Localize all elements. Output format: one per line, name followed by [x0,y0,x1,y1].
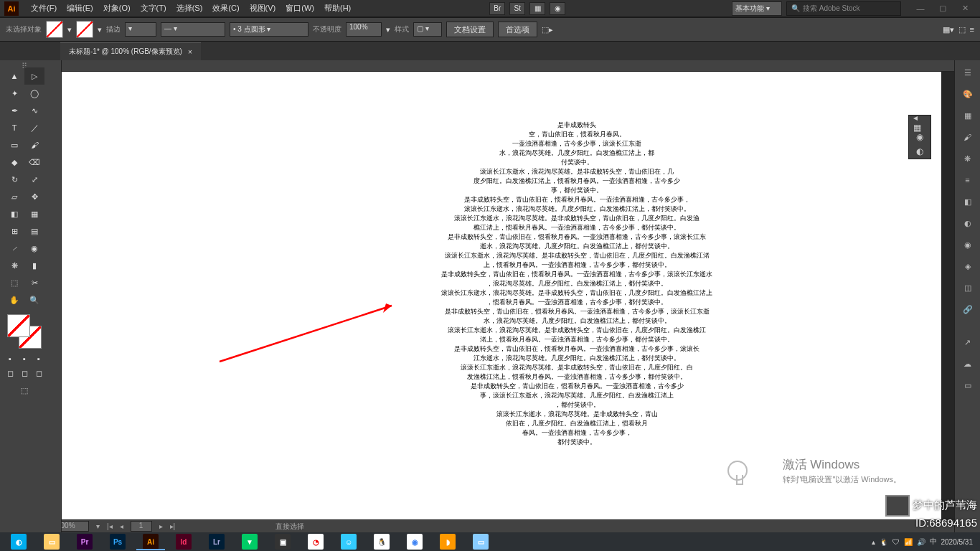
graphic-style[interactable]: ▢ ▾ [413,22,442,37]
stock-search[interactable]: 🔍 搜索 Adobe Stock [786,1,901,16]
tool-type[interactable]: T [4,119,24,136]
fill-swatch[interactable] [46,21,63,38]
workspace-switcher[interactable]: 基本功能 ▾ [732,1,782,16]
tray-date[interactable]: 2020/5/31 [941,538,974,546]
panel-properties-icon[interactable]: ☰ [958,63,978,82]
panel-transparency-icon[interactable]: ◐ [958,214,978,232]
document-tab[interactable]: 未标题-1* @ 100% (RGB/像素预览) × [60,42,201,60]
nav-next-icon[interactable]: ▸ [159,522,163,530]
panel-links-icon[interactable]: 🔗 [958,300,978,319]
transform-icon[interactable]: ⬚▸ [542,25,553,34]
tool-lasso[interactable]: ◯ [24,85,44,102]
taskbar-chat[interactable]: ☺ [333,533,364,550]
tool-blend[interactable]: ◉ [24,240,44,257]
tray-ime-icon[interactable]: 中 [930,537,937,547]
draw-normal[interactable]: ◻ [3,364,17,382]
taskbar-lightroom[interactable]: Lr [201,533,232,550]
floating-panel[interactable]: ◂ ▦ ◉ ◐ [908,115,931,159]
tool-direct-selection[interactable]: ▷ [24,67,44,85]
screen-mode[interactable]: ⬚ [14,382,34,399]
menu-help[interactable]: 帮助(H) [319,1,356,16]
menu-window[interactable]: 窗口(W) [281,1,319,16]
system-tray[interactable]: ▴ 🐧 🛡 📶 🔊 中 2020/5/31 [872,537,978,547]
tab-close-icon[interactable]: × [188,48,192,56]
panel-icon-2[interactable]: ◐ [913,145,926,158]
fill-stroke-indicator[interactable] [7,314,42,349]
close-button[interactable]: ✕ [954,1,976,16]
taskbar-opera[interactable]: ◔ [300,533,331,550]
tool-curvature[interactable]: ∿ [24,102,44,119]
tray-shield-icon[interactable]: 🛡 [892,538,900,546]
panel-layers-icon[interactable]: ◫ [958,278,978,297]
tool-artboard[interactable]: ⬚ [4,274,24,291]
tool-slice[interactable]: ✂ [24,274,44,291]
artboard[interactable]: 是非成败转头空，青山依旧在，惯看秋月春风。一壶浊酒喜相逢，古今多少事，滚滚长江东… [62,60,941,519]
panel-appearance-icon[interactable]: ◉ [958,235,978,254]
gradient-mode[interactable]: ▪ [17,353,32,364]
taskbar-files[interactable]: ▭ [36,533,67,550]
bridge-icon[interactable]: Br [489,2,505,15]
menu-view[interactable]: 视图(V) [245,1,281,16]
none-mode[interactable]: ▪ [32,353,46,364]
tool-scale[interactable]: ⤢ [24,171,44,188]
tray-volume-icon[interactable]: 🔊 [917,538,925,546]
panel-asset-export-icon[interactable]: ↗ [958,333,978,352]
dropdown-icon[interactable]: ▾ [67,25,72,34]
tool-eyedropper[interactable]: ⟋ [4,240,24,257]
nav-last-icon[interactable]: ▸| [170,522,176,530]
panel-gradient-icon[interactable]: ◧ [958,192,978,211]
taskbar-video[interactable]: ▣ [267,533,298,550]
tool-rotate[interactable]: ↻ [4,171,24,188]
tool-column-graph[interactable]: ▮ [24,257,44,274]
tool-gradient[interactable]: ▤ [24,222,44,240]
menu-type[interactable]: 文字(T) [136,1,171,16]
zoom-dropdown-icon[interactable]: ▾ [96,522,100,530]
taskbar-chrome[interactable]: ◉ [399,533,430,550]
tool-line[interactable]: ／ [24,119,44,136]
taskbar-bird[interactable]: ◗ [432,533,463,550]
menu-object[interactable]: 对象(O) [98,1,136,16]
tool-pen[interactable]: ✒ [4,102,24,119]
tool-shaper[interactable]: ◆ [4,154,24,171]
stroke-profile[interactable]: — ▾ [161,22,225,37]
taskbar-browser[interactable]: ◐ [3,533,34,550]
draw-inside[interactable]: ◻ [32,364,46,382]
artboard-number[interactable]: 1 [131,521,152,532]
color-mode[interactable]: ▪ [3,353,17,364]
tool-paintbrush[interactable]: 🖌 [24,136,44,154]
stroke-swatch[interactable] [76,21,93,38]
tool-magic-wand[interactable]: ✦ [4,85,24,102]
stroke-weight[interactable]: ▾ [125,22,156,37]
tool-shape-builder[interactable]: ◧ [4,205,24,222]
gpu-icon[interactable]: ◉ [550,2,565,15]
taskbar-illustrator[interactable]: Ai [135,533,166,550]
tool-rectangle[interactable]: ▭ [4,136,24,154]
transform-panel-icon[interactable]: ⬚ [958,25,966,34]
tool-selection[interactable]: ▲ [4,67,24,85]
tray-qq-icon[interactable]: 🐧 [880,538,888,546]
panel-libraries-icon[interactable]: ☁ [958,354,978,373]
panel-swatches-icon[interactable]: ▦ [958,106,978,125]
taskbar-notes[interactable]: ▭ [465,533,496,550]
taskbar-photoshop[interactable]: Ps [102,533,133,550]
tray-network-icon[interactable]: 📶 [904,538,913,546]
nav-first-icon[interactable]: |◂ [107,522,113,530]
tool-free-transform[interactable]: ✥ [24,188,44,205]
panel-stroke-icon[interactable]: ≡ [958,171,978,189]
menu-effect[interactable]: 效果(C) [207,1,244,16]
circular-text-object[interactable]: 是非成败转头空，青山依旧在，惯看秋月春风。一壶浊酒喜相逢，古今多少事，滚滚长江东… [383,121,771,447]
panel-graphic-styles-icon[interactable]: ◈ [958,257,978,276]
panel-symbols-icon[interactable]: ❋ [958,149,978,168]
tool-perspective[interactable]: ▦ [24,205,44,222]
canvas-area[interactable]: 是非成败转头空，青山依旧在，惯看秋月春风。一壶浊酒喜相逢，古今多少事，滚滚长江东… [49,60,954,532]
tool-eraser[interactable]: ⌫ [24,154,44,171]
minimize-button[interactable]: — [910,1,931,16]
taskbar-indesign[interactable]: Id [168,533,199,550]
menu-select[interactable]: 选择(S) [171,1,208,16]
tool-width[interactable]: ▱ [4,188,24,205]
nav-prev-icon[interactable]: ◂ [120,522,123,530]
arrange-icon[interactable]: ▦ [529,2,545,15]
menu-icon[interactable]: ≡ [970,25,974,34]
panel-icon-1[interactable]: ◉ [913,131,926,143]
panel-brushes-icon[interactable]: 🖌 [958,128,978,146]
